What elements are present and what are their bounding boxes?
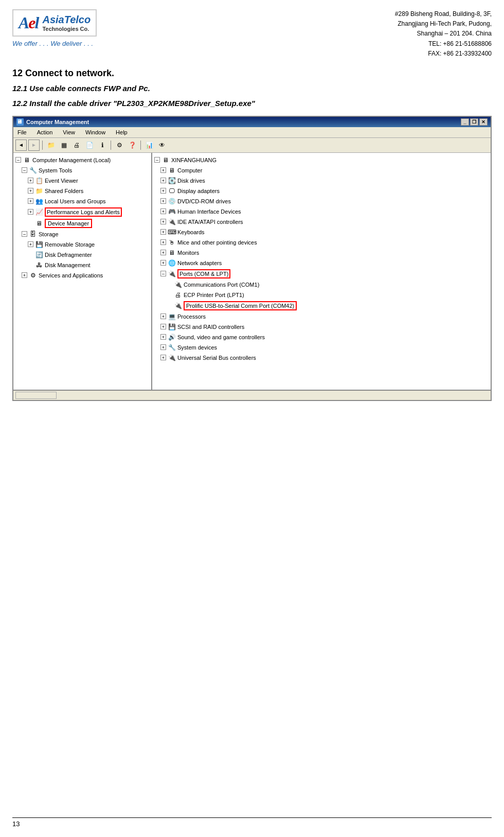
fax: FAX: +86 21-33932400 — [395, 49, 492, 59]
display-icon: 🖵 — [168, 187, 176, 195]
menu-help[interactable]: Help — [114, 128, 130, 136]
export-button[interactable]: 📊 — [143, 140, 155, 151]
device-root[interactable]: – 🖥 XINFANGHUANG — [152, 155, 491, 165]
expand-processors[interactable]: + — [160, 313, 166, 319]
device-network[interactable]: + 🌐 Network adapters — [152, 258, 491, 268]
expand-removable[interactable]: + — [28, 241, 33, 247]
storage-label: Storage — [39, 231, 59, 237]
separator-3 — [140, 141, 141, 150]
back-button[interactable]: ◄ — [15, 140, 27, 151]
expand-scsi[interactable]: + — [160, 324, 166, 329]
expand-services[interactable]: + — [22, 272, 27, 278]
tree-system-tools[interactable]: – 🔧 System Tools — [13, 165, 151, 176]
removable-icon: 💾 — [35, 240, 43, 249]
tree-services[interactable]: + ⚙ Services and Applications — [13, 270, 151, 281]
tree-device-manager[interactable]: 🖥 Device Manager — [13, 218, 151, 229]
device-processors[interactable]: + 💻 Processors — [152, 311, 491, 322]
tree-root[interactable]: – 🖥 Computer Management (Local) — [13, 155, 151, 165]
expand-system-tools[interactable]: – — [22, 167, 27, 173]
expand-keyboards[interactable]: + — [160, 229, 166, 235]
device-com1[interactable]: 🔌 Communications Port (COM1) — [152, 280, 491, 290]
tree-disk-mgmt[interactable]: 🖧 Disk Management — [13, 260, 151, 270]
expand-network[interactable]: + — [160, 260, 166, 266]
device-system[interactable]: + 🔧 System devices — [152, 342, 491, 353]
device-display[interactable]: + 🖵 Display adapters — [152, 186, 491, 196]
tree-perf-logs[interactable]: + 📈 Performance Logs and Alerts — [13, 206, 151, 218]
expand-disk-drives[interactable]: + — [160, 178, 166, 183]
menu-window[interactable]: Window — [83, 128, 107, 136]
device-disk-drives[interactable]: + 💽 Disk drives — [152, 176, 491, 186]
expand-ports[interactable]: – — [160, 271, 166, 276]
grid-button[interactable]: ▦ — [58, 140, 69, 151]
mice-label: Mice and other pointing devices — [177, 239, 257, 246]
print2-button[interactable]: 📄 — [84, 140, 95, 151]
menu-file[interactable]: File — [15, 128, 29, 136]
device-monitors[interactable]: + 🖥 Monitors — [152, 248, 491, 258]
tree-storage[interactable]: – 🗄 Storage — [13, 229, 151, 239]
tree-event-viewer[interactable]: + 📋 Event Viewer — [13, 176, 151, 186]
titlebar-buttons[interactable]: _ ❐ ✕ — [461, 118, 488, 126]
expand-ide[interactable]: + — [160, 219, 166, 224]
expand-shared-folders[interactable]: + — [28, 188, 33, 194]
expand-event-viewer[interactable]: + — [28, 178, 33, 183]
device-lpt1[interactable]: 🖨 ECP Printer Port (LPT1) — [152, 290, 491, 300]
expand-system[interactable]: + — [160, 344, 166, 350]
device-sound[interactable]: + 🔊 Sound, video and game controllers — [152, 332, 491, 342]
print-button[interactable]: 🖨 — [71, 140, 82, 151]
local-users-label: Local Users and Groups — [45, 198, 106, 204]
device-prolific[interactable]: 🔌 Prolific USB-to-Serial Comm Port (COM4… — [152, 300, 491, 311]
expand-dvd[interactable]: + — [160, 198, 166, 204]
device-scsi[interactable]: + 💾 SCSI and RAID controllers — [152, 322, 491, 332]
help-button[interactable]: ❓ — [127, 140, 138, 151]
device-ports[interactable]: – 🔌 Ports (COM & LPT) — [152, 268, 491, 280]
folder-button[interactable]: 📁 — [45, 140, 57, 151]
expand-computer[interactable]: + — [160, 167, 166, 173]
system-tools-label: System Tools — [39, 167, 72, 173]
device-usb[interactable]: + 🔌 Universal Serial Bus controllers — [152, 353, 491, 363]
menu-view[interactable]: View — [61, 128, 77, 136]
forward-button[interactable]: ► — [28, 140, 40, 151]
expand-usb[interactable]: + — [160, 355, 166, 360]
system-icon: 🔧 — [168, 343, 176, 352]
restore-button[interactable]: ❐ — [470, 118, 478, 126]
view-button[interactable]: 👁 — [156, 140, 168, 151]
expand-hid[interactable]: + — [160, 208, 166, 214]
expand-device-root[interactable]: – — [154, 157, 160, 163]
toolbar: ◄ ► 📁 ▦ 🖨 📄 ℹ ⚙ ❓ 📊 👁 — [13, 138, 491, 153]
expand-sound[interactable]: + — [160, 334, 166, 340]
device-ide[interactable]: + 🔌 IDE ATA/ATAPI controllers — [152, 217, 491, 227]
device-dvd[interactable]: + 💿 DVD/CD-ROM drives — [152, 196, 491, 206]
usb-label: Universal Serial Bus controllers — [177, 355, 256, 361]
brand-sub: Technologies Co. — [42, 26, 91, 32]
tree-local-users[interactable]: + 👥 Local Users and Groups — [13, 196, 151, 206]
monitors-icon: 🖥 — [168, 249, 176, 257]
com1-label: Communications Port (COM1) — [184, 282, 259, 288]
expand-display[interactable]: + — [160, 188, 166, 194]
expand-root[interactable]: – — [15, 157, 21, 163]
expand-local-users[interactable]: + — [28, 198, 33, 204]
menu-action[interactable]: Action — [35, 128, 55, 136]
minimize-button[interactable]: _ — [461, 118, 469, 126]
tree-defrag[interactable]: 🔄 Disk Defragmenter — [13, 250, 151, 260]
close-button[interactable]: ✕ — [479, 118, 488, 126]
expand-mice[interactable]: + — [160, 239, 166, 245]
tree-removable[interactable]: + 💾 Removable Storage — [13, 239, 151, 250]
expand-storage[interactable]: – — [22, 231, 27, 237]
subsection-1: 12.1 Use cable connects FWP and Pc. — [0, 81, 504, 94]
logo-box: Ael AsiaTelco Technologies Co. — [12, 9, 97, 37]
titlebar-left: 🖥 Computer Management — [16, 118, 89, 126]
device-computer[interactable]: + 🖥 Computer — [152, 165, 491, 176]
keyboard-icon: ⌨ — [168, 228, 176, 236]
expand-perf-logs[interactable]: + — [28, 209, 33, 215]
device-mice[interactable]: + 🖱 Mice and other pointing devices — [152, 237, 491, 248]
device-hid[interactable]: + 🎮 Human Interface Devices — [152, 206, 491, 217]
network-label: Network adapters — [177, 260, 222, 266]
expand-monitors[interactable]: + — [160, 250, 166, 255]
tree-shared-folders[interactable]: + 📁 Shared Folders — [13, 186, 151, 196]
shared-folders-icon: 📁 — [35, 187, 43, 195]
properties-button[interactable]: ⚙ — [114, 140, 125, 151]
device-keyboards[interactable]: + ⌨ Keyboards — [152, 227, 491, 237]
info-button[interactable]: ℹ — [97, 140, 108, 151]
main-content: – 🖥 Computer Management (Local) – 🔧 Syst… — [13, 153, 491, 390]
disk-drives-icon: 💽 — [168, 177, 176, 185]
